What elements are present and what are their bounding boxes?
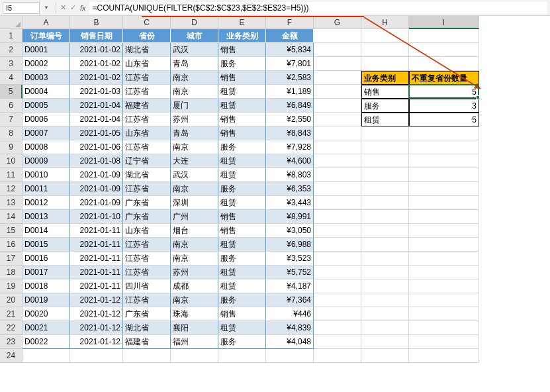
cell-D13[interactable]: 深圳 <box>171 196 218 210</box>
col-header-E[interactable]: E <box>218 16 266 29</box>
enter-icon[interactable]: ✓ <box>70 3 76 12</box>
cell-G19[interactable] <box>314 279 361 293</box>
row-headers[interactable]: 123456789101112131415161718192021222324 <box>0 29 23 363</box>
cell-F15[interactable]: ¥3,050 <box>266 224 314 238</box>
cell-D2[interactable]: 武汉 <box>171 43 218 57</box>
cell-F12[interactable]: ¥6,353 <box>266 182 314 196</box>
cell-H24[interactable] <box>361 349 409 363</box>
cell-B17[interactable]: 2021-01-11 <box>70 252 123 266</box>
row-header-2[interactable]: 2 <box>0 43 23 57</box>
cell-F23[interactable]: ¥4,048 <box>266 335 314 349</box>
cell-A19[interactable]: D0018 <box>23 279 70 293</box>
cell-C3[interactable]: 山东省 <box>123 57 171 71</box>
cell-C17[interactable]: 江苏省 <box>123 252 171 266</box>
cell-C6[interactable]: 福建省 <box>123 99 171 113</box>
cell-D1[interactable]: 城市 <box>171 29 218 43</box>
cell-I17[interactable] <box>409 252 479 266</box>
cell-E10[interactable]: 租赁 <box>218 154 266 168</box>
row-header-11[interactable]: 11 <box>0 168 23 182</box>
col-header-A[interactable]: A <box>23 16 70 29</box>
cell-C12[interactable]: 江苏省 <box>123 182 171 196</box>
cell-I4[interactable]: 不重复省份数量 <box>409 71 479 85</box>
row-header-22[interactable]: 22 <box>0 321 23 335</box>
cell-E18[interactable]: 租赁 <box>218 266 266 279</box>
cell-G11[interactable] <box>314 168 361 182</box>
row-header-5[interactable]: 5 <box>0 85 23 99</box>
cell-I22[interactable] <box>409 321 479 335</box>
cell-H22[interactable] <box>361 321 409 335</box>
cancel-icon[interactable]: ✕ <box>60 3 66 12</box>
cell-H10[interactable] <box>361 154 409 168</box>
cell-I14[interactable] <box>409 210 479 224</box>
cell-I24[interactable] <box>409 349 479 363</box>
cell-G17[interactable] <box>314 252 361 266</box>
cell-I1[interactable] <box>409 29 479 43</box>
cell-B3[interactable]: 2021-01-02 <box>70 57 123 71</box>
cell-D18[interactable]: 苏州 <box>171 266 218 279</box>
cell-E19[interactable]: 租赁 <box>218 279 266 293</box>
cell-E14[interactable]: 销售 <box>218 210 266 224</box>
cell-H13[interactable] <box>361 196 409 210</box>
cell-G12[interactable] <box>314 182 361 196</box>
row-header-13[interactable]: 13 <box>0 196 23 210</box>
row-header-18[interactable]: 18 <box>0 266 23 279</box>
cell-D14[interactable]: 广州 <box>171 210 218 224</box>
cell-A13[interactable]: D0012 <box>23 196 70 210</box>
cell-C10[interactable]: 辽宁省 <box>123 154 171 168</box>
cell-F14[interactable]: ¥8,991 <box>266 210 314 224</box>
cell-H17[interactable] <box>361 252 409 266</box>
cell-E12[interactable]: 服务 <box>218 182 266 196</box>
row-header-21[interactable]: 21 <box>0 307 23 321</box>
cell-B23[interactable]: 2021-01-12 <box>70 335 123 349</box>
column-headers[interactable]: ABCDEFGHI <box>23 16 479 29</box>
cell-E24[interactable] <box>218 349 266 363</box>
cell-A7[interactable]: D0006 <box>23 113 70 126</box>
cell-B18[interactable]: 2021-01-11 <box>70 266 123 279</box>
select-all-corner[interactable] <box>0 16 23 29</box>
row-header-23[interactable]: 23 <box>0 335 23 349</box>
cell-A3[interactable]: D0002 <box>23 57 70 71</box>
cell-E3[interactable]: 服务 <box>218 57 266 71</box>
cell-A11[interactable]: D0010 <box>23 168 70 182</box>
cell-H15[interactable] <box>361 224 409 238</box>
cell-I9[interactable] <box>409 140 479 154</box>
cell-E2[interactable]: 销售 <box>218 43 266 57</box>
cell-E16[interactable]: 租赁 <box>218 238 266 252</box>
cell-I20[interactable] <box>409 293 479 307</box>
cell-C20[interactable]: 江苏省 <box>123 293 171 307</box>
cell-I3[interactable] <box>409 57 479 71</box>
cell-F17[interactable]: ¥3,523 <box>266 252 314 266</box>
cell-B1[interactable]: 销售日期 <box>70 29 123 43</box>
row-header-15[interactable]: 15 <box>0 224 23 238</box>
cell-I21[interactable] <box>409 307 479 321</box>
cell-A23[interactable]: D0022 <box>23 335 70 349</box>
cell-B8[interactable]: 2021-01-05 <box>70 126 123 140</box>
cell-C24[interactable] <box>123 349 171 363</box>
cell-G15[interactable] <box>314 224 361 238</box>
cell-F7[interactable]: ¥2,550 <box>266 113 314 126</box>
cell-F1[interactable]: 金额 <box>266 29 314 43</box>
cell-I16[interactable] <box>409 238 479 252</box>
row-header-24[interactable]: 24 <box>0 349 23 363</box>
cell-A10[interactable]: D0009 <box>23 154 70 168</box>
cell-D24[interactable] <box>171 349 218 363</box>
cell-A1[interactable]: 订单编号 <box>23 29 70 43</box>
cell-B22[interactable]: 2021-01-12 <box>70 321 123 335</box>
cell-D11[interactable]: 武汉 <box>171 168 218 182</box>
cell-C13[interactable]: 广东省 <box>123 196 171 210</box>
cell-F11[interactable]: ¥8,803 <box>266 168 314 182</box>
cell-H20[interactable] <box>361 293 409 307</box>
cell-E13[interactable]: 租赁 <box>218 196 266 210</box>
row-header-19[interactable]: 19 <box>0 279 23 293</box>
cell-F5[interactable]: ¥1,189 <box>266 85 314 99</box>
cell-C16[interactable]: 江苏省 <box>123 238 171 252</box>
cell-C21[interactable]: 广东省 <box>123 307 171 321</box>
row-header-6[interactable]: 6 <box>0 99 23 113</box>
cell-H23[interactable] <box>361 335 409 349</box>
cell-A16[interactable]: D0015 <box>23 238 70 252</box>
cell-G10[interactable] <box>314 154 361 168</box>
cell-D10[interactable]: 大连 <box>171 154 218 168</box>
cell-B20[interactable]: 2021-01-12 <box>70 293 123 307</box>
cell-C15[interactable]: 山东省 <box>123 224 171 238</box>
cell-H2[interactable] <box>361 43 409 57</box>
